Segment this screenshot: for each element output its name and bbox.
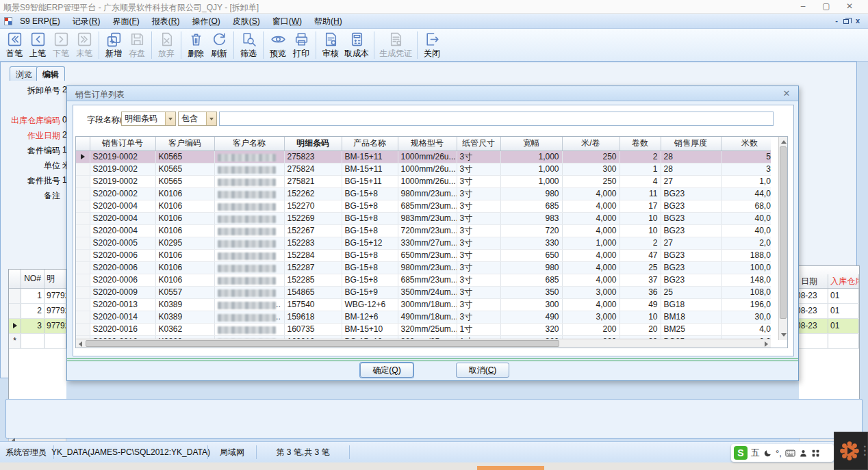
toolbar-cost-button[interactable]: 取成本 [342,30,371,60]
table-row[interactable]: S2020-0005K0295152283BG-15+12330mm/27um.… [76,237,771,249]
toolbar-refresh-button[interactable]: 刷新 [207,30,231,60]
taskbar-app-sliver[interactable] [477,466,544,470]
more-dots-icon[interactable]: ••• [864,445,866,457]
toolbar-nav-prev-button[interactable]: 上笔 [26,30,49,60]
menu-item-1[interactable]: 记录(R) [66,14,107,29]
ok-button[interactable]: 确定(Q) [360,363,413,378]
table-row[interactable]: S2020-0004K0106152267BG-15+8720mm/23um..… [76,224,771,237]
person-icon[interactable] [799,449,808,458]
column-header[interactable]: 纸管尺寸 [457,137,500,151]
menu-item-3[interactable]: 报表(R) [146,14,186,29]
sales-order-list-dialog: 销售订单列表 ✕ 字段名称(W) 明细条码 包含 销售订单号客户编码客户名称明细… [66,86,799,381]
filter-field-select[interactable]: 明细条码 [121,112,176,126]
scroll-down-icon[interactable] [781,333,787,337]
toolbar-preview-button[interactable]: 预览 [266,30,290,60]
menu: S9 ERP(E)记录(R)界面(F)报表(R)操作(O)皮肤(S)窗口(W)帮… [14,14,348,29]
chevron-down-icon[interactable] [206,112,216,125]
menu-item-2[interactable]: 界面(F) [106,14,145,29]
table-row[interactable]: S2019-0002K0565275821BG-15+111000mm/26u.… [76,175,771,187]
table-row[interactable]: S2020-0013K0389..157540WBG-12+6300mm/18u… [76,298,771,311]
vscroll-thumb[interactable] [780,146,787,319]
table-row[interactable]: S2020-0002K0106152262BG-15+8980mm/23um..… [76,187,771,200]
row-selector [76,249,90,261]
grid-vscrollbar[interactable] [778,137,787,340]
table-row[interactable]: S2019-0002K0565275824BM-15+111000mm/26u.… [76,163,771,175]
menu-item-4[interactable]: 操作(O) [186,14,226,29]
column-header[interactable]: 产品名称 [342,137,398,151]
column-header[interactable]: 宽幅 [500,137,562,151]
table-row[interactable]: 08-2301 [799,319,859,334]
toolbar-filter-button[interactable]: 筛选 [237,30,260,60]
table-row[interactable]: S2020-0004K0106152269BG-15+8983mm/23um..… [76,212,771,224]
scroll-right-icon[interactable] [765,341,768,347]
sogou-logo-icon[interactable]: S [734,446,748,460]
media-app-tile[interactable]: ••• [834,432,868,470]
moon-icon[interactable] [763,449,772,458]
maximize-icon[interactable]: ▢ [819,0,834,14]
table-row[interactable]: S2020-0006K0106152284BG-15+8650mm/23um..… [76,249,771,261]
mdi-restore-icon[interactable] [843,16,849,25]
column-header[interactable]: 明细条码 [284,137,342,151]
table-row[interactable]: S2020-0014K0389..159618BM-12+6490mm/18um… [76,311,771,323]
table-row[interactable]: 197792 [9,289,66,304]
table-row[interactable]: * [9,334,66,349]
column-header[interactable]: 客户编码 [155,137,214,151]
column-header[interactable]: 销售厚度 [661,137,721,151]
dialog-close-icon[interactable]: ✕ [782,88,791,99]
toolbar-close-button[interactable]: 关闭 [420,30,444,60]
cancel-button[interactable]: 取消(C) [456,363,509,378]
table-row[interactable]: S2020-0006K0106152285BG-15+8685mm/23um..… [76,274,771,286]
nav-first-icon [6,31,23,48]
punctuation-icon[interactable]: °, [776,448,782,458]
toolbar-nav-first-button[interactable]: 首笔 [3,30,26,60]
toolbar-print-button[interactable]: 打印 [290,30,313,60]
column-header[interactable]: 销售订单号 [90,137,155,151]
table-row[interactable]: S2020-0006K0106152287BG-15+8980mm/23um..… [76,261,771,274]
toolbar-voucher-button: 生成凭证 [377,30,414,60]
minimize-icon[interactable]: – [795,0,810,14]
filter-value-input[interactable] [219,112,774,126]
tab-edit[interactable]: 编辑 [36,66,65,81]
keyboard-icon[interactable] [785,449,795,458]
menu-item-5[interactable]: 皮肤(S) [227,14,266,29]
table-row[interactable]: 08-2301 [799,304,859,319]
hscroll-thumb[interactable] [86,340,559,347]
mdi-minimize-icon[interactable]: - [835,16,838,25]
mdi-close-icon[interactable]: x [856,16,860,25]
close-icon[interactable]: ✕ [842,0,857,14]
table-row[interactable]: S2019-0002K0565275823BM-15+111000mm/26u.… [76,151,771,163]
wubi-mode-icon[interactable]: 五 [751,447,760,459]
chevron-down-icon[interactable] [165,112,175,125]
window-title: 顺景S9智能ERP管理平台 - 广东顺景软件科技有限公司_QJY - [拆卸单] [3,2,259,14]
table-row[interactable]: 397792 [9,319,66,334]
toolbar-new-button[interactable]: 新增 [102,30,125,60]
menu-item-0[interactable]: S9 ERP(E) [14,14,66,28]
column-header[interactable]: 规格型号 [398,137,457,151]
column-header[interactable]: 米/卷 [562,137,620,151]
column-header[interactable] [76,137,90,151]
menu-item-7[interactable]: 帮助(H) [308,14,348,29]
row-selector [76,151,90,163]
table-row[interactable]: S2020-0009K0557154865BG-15+9350mm/24um..… [76,286,771,298]
tab-browse[interactable]: 浏览 [10,66,38,81]
column-header[interactable]: 卷数 [620,137,661,151]
column-header[interactable]: 客户名称 [214,137,284,151]
scroll-left-icon[interactable] [79,341,82,347]
table-row[interactable]: 297792 [9,304,66,319]
filter-operator-select[interactable]: 包含 [178,112,217,126]
toolbar-separator [417,31,418,59]
grid-hscrollbar[interactable] [76,339,771,348]
scroll-up-icon[interactable] [781,140,787,144]
refresh-icon [211,31,228,48]
print-icon [293,31,310,48]
table-row[interactable]: S2020-0004K0106152270BG-15+8685mm/23um..… [76,200,771,212]
toolbar-delete-button[interactable]: 删除 [184,30,207,60]
column-header[interactable]: 米数 [721,137,771,151]
toolbox-grid-icon[interactable] [811,449,820,458]
menu-item-6[interactable]: 窗口(W) [266,14,308,29]
table-row[interactable]: S2020-0016K0362160735BM-15+10320mm/25um.… [76,323,771,335]
table-row[interactable]: 08-2301 [799,289,859,304]
toolbar-audit-button[interactable]: 审核 [319,30,342,60]
table-row[interactable] [799,334,859,349]
row-selector [76,298,90,311]
